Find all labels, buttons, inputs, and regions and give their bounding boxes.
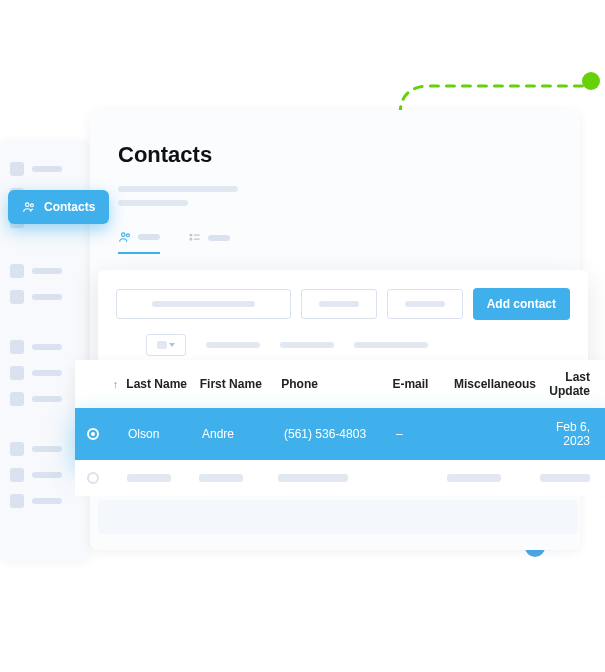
contacts-icon [22,200,36,214]
sidebar-item[interactable] [0,258,90,284]
column-phone[interactable]: Phone [277,377,388,391]
cell-placeholder [447,474,501,482]
filter-panel: Add contact [98,270,588,374]
subtitle-placeholder [118,186,238,192]
tab-placeholder [208,235,230,241]
column-miscellaneous[interactable]: Miscellaneous [450,377,545,391]
nav-placeholder [32,294,62,300]
sort-ascending-icon[interactable]: ↑ [113,378,119,390]
nav-icon [10,162,24,176]
input-placeholder [319,301,359,307]
row-radio-selected[interactable] [87,428,99,440]
cell-email: – [392,427,454,441]
contacts-nav-label: Contacts [44,200,95,214]
column-last-update[interactable]: Last Update [545,370,598,398]
nav-icon [10,366,24,380]
column-last-name[interactable]: Last Name [122,377,195,391]
nav-placeholder [32,166,62,172]
tab-placeholder [138,234,160,240]
cell-last-update: Feb 6, 2023 [550,420,598,448]
subtitle-placeholder [118,200,188,206]
nav-icon [10,468,24,482]
nav-icon [10,392,24,406]
filter-select-1[interactable] [301,289,377,319]
footer-bar [98,500,578,534]
table-row-selected[interactable]: Olson Andre (561) 536-4803 – Feb 6, 2023 [75,408,605,460]
tab-secondary[interactable] [188,231,230,253]
nav-placeholder [32,498,62,504]
nav-placeholder [32,344,62,350]
filter-select-2[interactable] [387,289,463,319]
sidebar-item[interactable] [0,284,90,310]
column-first-name[interactable]: First Name [196,377,277,391]
bulk-select[interactable] [146,334,186,356]
svg-point-0 [26,203,30,207]
column-email[interactable]: E-mail [388,377,450,391]
filter-placeholder [354,342,428,348]
filter-placeholder [280,342,334,348]
contacts-table: ↑ Last Name First Name Phone E-mail Misc… [75,360,605,496]
cell-last-name: Olson [124,427,198,441]
decorative-green-dot [582,72,600,90]
nav-icon [10,340,24,354]
chevron-down-icon [169,343,175,347]
sidebar-item[interactable] [0,156,90,182]
cell-phone: (561) 536-4803 [280,427,392,441]
nav-placeholder [32,268,62,274]
contacts-icon [118,230,132,244]
svg-point-6 [190,238,192,240]
sidebar-item[interactable] [0,334,90,360]
tabs [118,230,552,254]
cell-placeholder [199,474,243,482]
tab-contacts[interactable] [118,230,160,254]
nav-icon [10,442,24,456]
svg-point-3 [126,234,129,237]
table-header: ↑ Last Name First Name Phone E-mail Misc… [75,360,605,408]
nav-placeholder [32,446,62,452]
nav-placeholder [32,370,62,376]
nav-icon [10,290,24,304]
svg-point-1 [30,204,33,207]
input-placeholder [405,301,445,307]
row-radio[interactable] [87,472,99,484]
svg-point-4 [190,234,192,236]
nav-icon [10,494,24,508]
search-input[interactable] [116,289,291,319]
page-title: Contacts [118,142,552,168]
input-placeholder [152,301,256,307]
nav-placeholder [32,472,62,478]
cell-placeholder [127,474,171,482]
table-row[interactable] [75,460,605,496]
nav-icon [10,264,24,278]
svg-point-2 [122,233,126,237]
nav-placeholder [32,396,62,402]
add-contact-button[interactable]: Add contact [473,288,570,320]
cell-placeholder [540,474,590,482]
list-icon [188,231,202,245]
contacts-nav-active[interactable]: Contacts [8,190,109,224]
cell-placeholder [278,474,348,482]
cell-first-name: Andre [198,427,280,441]
filter-placeholder [206,342,260,348]
